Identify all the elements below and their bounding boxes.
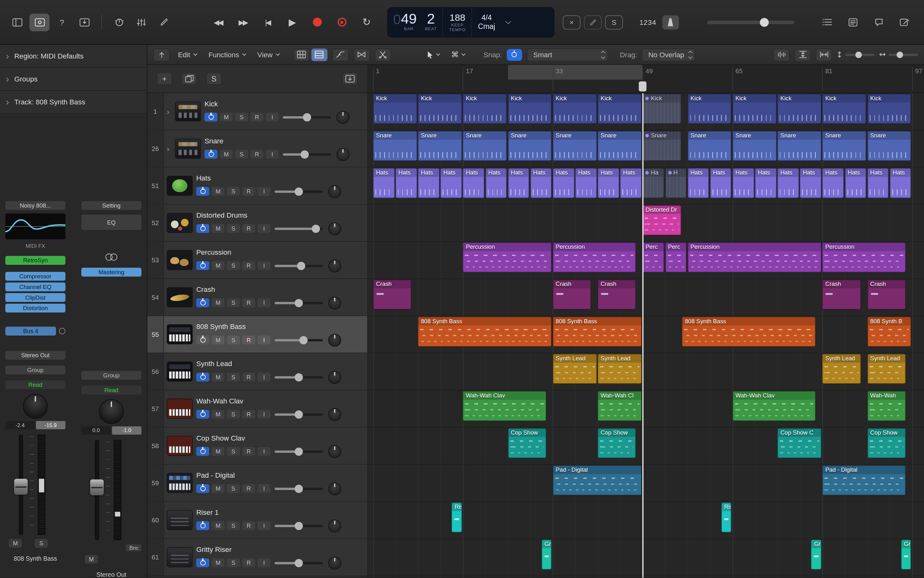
record-enable-button[interactable]: R — [242, 410, 255, 419]
region-snare[interactable]: Snare — [508, 131, 552, 161]
slider-track[interactable] — [845, 54, 875, 56]
browsers-button[interactable] — [895, 13, 914, 31]
track-name[interactable]: Gritty Riser — [196, 545, 362, 553]
region-kick[interactable]: Kick — [778, 94, 822, 124]
vertical-zoom-slider[interactable] — [837, 51, 875, 58]
lcd-mode-chevron[interactable] — [501, 7, 515, 38]
region-hats[interactable]: Hats — [890, 168, 911, 198]
solo-button[interactable]: S — [227, 447, 240, 456]
volume-value[interactable]: -1.0 — [112, 426, 141, 435]
add-track-button[interactable]: + — [157, 73, 172, 85]
region-hats[interactable]: Hats — [867, 168, 889, 198]
solo-button[interactable]: S — [227, 410, 240, 419]
track-pan-knob[interactable] — [337, 148, 350, 161]
region-cop-show[interactable]: Cop Show — [867, 428, 905, 458]
region-percussion[interactable]: Percussion — [463, 242, 552, 273]
region-kick[interactable]: Kick — [373, 94, 417, 124]
channel-fader[interactable] — [5, 434, 65, 536]
solo-button[interactable]: S — [227, 336, 240, 344]
region-kick[interactable]: Kick — [508, 94, 552, 124]
master-volume-slider[interactable] — [707, 20, 794, 24]
up-arrow-button[interactable] — [154, 48, 170, 61]
region-snare[interactable]: Snare — [598, 131, 642, 161]
region-hats[interactable]: Hats — [440, 168, 462, 198]
groups-inspector-header[interactable]: Groups — [0, 68, 147, 91]
bar-ruler[interactable]: 1173349658197 — [367, 65, 924, 93]
pan-knob[interactable] — [99, 399, 124, 424]
track-name[interactable]: Kick — [205, 99, 362, 107]
mute-button[interactable]: M — [212, 224, 224, 233]
midi-draw-button[interactable] — [353, 48, 370, 61]
playhead-pin[interactable] — [639, 81, 646, 91]
audio-fx-slot-button[interactable]: Distortion — [5, 304, 65, 313]
region-percussion[interactable]: Percussion — [822, 242, 906, 273]
region-hats[interactable]: Hats — [598, 168, 620, 198]
region-hats[interactable]: Hats — [553, 168, 574, 198]
track-power-button[interactable] — [196, 410, 209, 419]
region-ris[interactable]: Ris — [451, 503, 462, 533]
fader-cap[interactable] — [90, 479, 104, 495]
track-power-button[interactable] — [196, 336, 209, 344]
track-pan-knob[interactable] — [328, 259, 341, 272]
region-ris[interactable]: Ris — [721, 503, 731, 533]
group-slot-button[interactable]: Group — [5, 366, 65, 375]
solo-button[interactable]: S — [227, 261, 240, 270]
region-kick[interactable]: Kick — [598, 94, 642, 124]
region-kick[interactable]: Kick — [688, 94, 731, 124]
track-pan-knob[interactable] — [328, 556, 341, 569]
solo-button[interactable]: S — [227, 521, 240, 530]
region-snare[interactable]: Snare — [733, 131, 777, 161]
arrange-lane-riser-1[interactable] — [367, 502, 924, 539]
region-snare[interactable]: Snare — [822, 131, 866, 161]
region-distorted-dr[interactable]: Distorted Dr — [643, 205, 681, 235]
region-kick[interactable]: Kick — [733, 94, 777, 124]
cycle-button[interactable]: ↻ — [356, 13, 378, 31]
lcd-tempo-section[interactable]: 188 KEEP TEMPO — [443, 7, 472, 38]
input-monitor-button[interactable]: I — [257, 484, 270, 493]
input-monitor-button[interactable]: I — [257, 410, 270, 419]
volume-slider-thumb[interactable] — [301, 150, 309, 158]
mute-button[interactable]: M — [212, 373, 224, 382]
region-hats[interactable]: Hats — [688, 168, 709, 198]
region-hats[interactable]: Hats — [778, 168, 799, 198]
region-crash[interactable]: Crash — [553, 279, 591, 310]
track-pan-knob[interactable] — [328, 519, 341, 532]
split-tool-button[interactable] — [375, 48, 391, 61]
track-volume-slider[interactable] — [275, 265, 323, 267]
region-crash[interactable]: Crash — [822, 279, 861, 310]
track-pan-knob[interactable] — [328, 333, 341, 346]
disclosure-triangle[interactable]: › — [167, 144, 172, 153]
solo-button[interactable]: S — [227, 373, 240, 382]
volume-slider-thumb[interactable] — [295, 373, 303, 381]
region-hats[interactable]: Hats — [508, 168, 529, 198]
region-wah-wah-cl[interactable]: Wah-Wah Cl — [598, 391, 642, 421]
track-pan-knob[interactable] — [328, 408, 341, 421]
channel-setting-button[interactable]: Setting — [81, 201, 141, 210]
region-cop-show-c[interactable]: Cop Show C — [778, 428, 822, 458]
instrument-slot-button[interactable]: RetroSyn — [5, 256, 65, 265]
waveform-zoom-button[interactable] — [773, 48, 790, 61]
track-power-button[interactable] — [205, 113, 217, 122]
track-name[interactable]: Snare — [205, 136, 362, 144]
region-perc[interactable]: Perc — [665, 242, 687, 273]
note-pads-button[interactable] — [843, 13, 863, 31]
forward-button[interactable]: ▶▶ — [231, 13, 254, 31]
fader-cap[interactable] — [14, 479, 28, 495]
track-volume-slider[interactable] — [275, 376, 323, 378]
region-synth-lead[interactable]: Synth Lead — [553, 354, 597, 384]
region-kick[interactable]: Kick — [553, 94, 597, 124]
record-enable-button[interactable]: R — [242, 447, 255, 456]
region-gri[interactable]: Gri — [901, 540, 911, 570]
track-header-pad-digital[interactable]: 59Pad - DigitalMSRI — [147, 465, 367, 502]
region-kick-muted[interactable]: Kick — [643, 94, 681, 124]
region-hats[interactable]: Hats — [800, 168, 822, 198]
track-header-riser-1[interactable]: 60Riser 1MSRI — [147, 502, 367, 539]
cycle-region[interactable] — [508, 65, 643, 80]
go-to-beginning-button[interactable]: |◀ — [256, 13, 279, 31]
track-volume-slider[interactable] — [275, 339, 323, 341]
region-gri[interactable]: Gri — [542, 540, 552, 570]
track-pan-knob[interactable] — [328, 370, 341, 383]
volume-slider-thumb[interactable] — [303, 113, 311, 121]
region-inspector-header[interactable]: Region: MIDI Defaults — [0, 45, 147, 68]
solo-button[interactable]: S — [227, 484, 240, 493]
